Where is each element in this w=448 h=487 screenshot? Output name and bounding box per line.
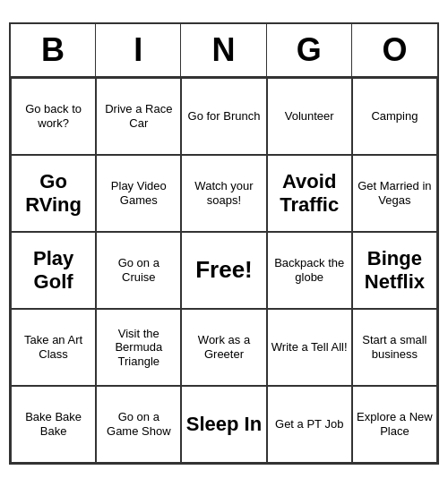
bingo-cell: Visit the Bermuda Triangle: [96, 309, 181, 386]
header-letter: O: [352, 24, 437, 76]
header-letter: N: [181, 24, 266, 76]
bingo-card: BINGO Go back to work?Drive a Race CarGo…: [9, 22, 439, 465]
bingo-cell: Volunteer: [267, 78, 352, 155]
bingo-cell: Work as a Greeter: [181, 309, 266, 386]
bingo-header: BINGO: [11, 24, 437, 78]
bingo-cell: Get a PT Job: [267, 386, 352, 463]
bingo-cell: Free!: [181, 232, 266, 309]
bingo-cell: Start a small business: [352, 309, 437, 386]
bingo-cell: Play Golf: [11, 232, 96, 309]
bingo-cell: Go for Brunch: [181, 78, 266, 155]
bingo-cell: Play Video Games: [96, 155, 181, 232]
header-letter: G: [267, 24, 352, 76]
bingo-cell: Write a Tell All!: [267, 309, 352, 386]
bingo-cell: Go back to work?: [11, 78, 96, 155]
bingo-cell: Take an Art Class: [11, 309, 96, 386]
bingo-cell: Camping: [352, 78, 437, 155]
header-letter: I: [96, 24, 181, 76]
bingo-cell: Watch your soaps!: [181, 155, 266, 232]
bingo-cell: Avoid Traffic: [267, 155, 352, 232]
bingo-cell: Drive a Race Car: [96, 78, 181, 155]
bingo-grid: Go back to work?Drive a Race CarGo for B…: [11, 78, 437, 463]
bingo-cell: Go RVing: [11, 155, 96, 232]
bingo-cell: Explore a New Place: [352, 386, 437, 463]
bingo-cell: Bake Bake Bake: [11, 386, 96, 463]
bingo-cell: Get Married in Vegas: [352, 155, 437, 232]
bingo-cell: Sleep In: [181, 386, 266, 463]
header-letter: B: [11, 24, 96, 76]
bingo-cell: Binge Netflix: [352, 232, 437, 309]
bingo-cell: Backpack the globe: [267, 232, 352, 309]
bingo-cell: Go on a Game Show: [96, 386, 181, 463]
bingo-cell: Go on a Cruise: [96, 232, 181, 309]
